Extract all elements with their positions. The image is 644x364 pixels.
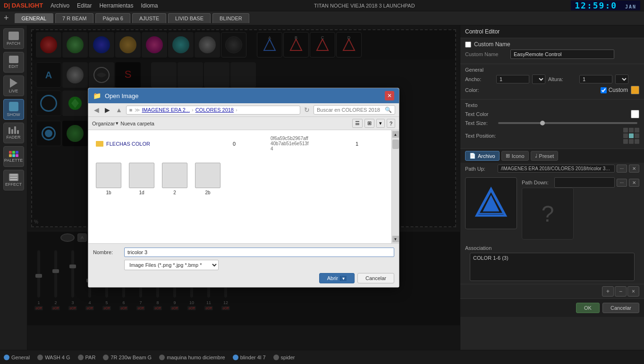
ok-button[interactable]: OK — [576, 303, 600, 313]
pos-bl[interactable] — [623, 139, 628, 144]
dialog-close-button[interactable]: ✕ — [385, 91, 394, 100]
thumb-2[interactable]: 2 — [162, 163, 187, 195]
menu-editar[interactable]: Editar — [77, 2, 92, 9]
scroll-up-btn[interactable]: ▲ — [392, 131, 399, 138]
status-par[interactable]: PAR — [78, 355, 96, 360]
nav-up-button[interactable]: ▲ — [114, 105, 124, 115]
list-view-button[interactable]: ☰ — [352, 119, 363, 128]
status-blinder[interactable]: blinder 4l 7 — [233, 355, 266, 360]
status-general[interactable]: General — [4, 355, 30, 360]
texto-section: Texto Text Color Text Size: Text Positio… — [460, 99, 644, 149]
tab-blinder[interactable]: BLINDER — [212, 13, 249, 23]
status-spider[interactable]: spider — [273, 355, 295, 360]
menu-herramientas[interactable]: Herramientas — [99, 2, 133, 9]
scrollbar-thumb[interactable] — [392, 140, 399, 149]
organize-button[interactable]: Organizar ▾ — [92, 120, 119, 126]
thumb-1d[interactable]: 1d — [129, 163, 154, 195]
ancho-input[interactable] — [496, 75, 529, 83]
path-down-browse-button[interactable]: ··· — [617, 179, 627, 187]
text-position-grid[interactable] — [623, 128, 639, 144]
help-button[interactable]: ? — [387, 119, 395, 128]
association-add-button[interactable]: + — [602, 286, 614, 297]
edit-label: EDIT — [8, 64, 18, 69]
new-folder-button[interactable]: Nueva carpeta — [120, 121, 154, 126]
ancho-select[interactable]: ▾ — [532, 74, 545, 84]
sidebar-show[interactable]: SHOW — [3, 99, 24, 120]
thumb-1b[interactable]: 1b — [96, 163, 121, 195]
custom-name-input[interactable] — [510, 50, 614, 59]
refresh-button[interactable]: ↻ — [302, 105, 312, 115]
tab-preset[interactable]: ♩ Preset — [531, 151, 559, 161]
path-up-browse-button[interactable]: ··· — [617, 165, 627, 173]
cancel-button[interactable]: Cancelar — [602, 303, 639, 313]
tab-icono[interactable]: ⊞ Icono — [501, 151, 529, 161]
pos-mr[interactable] — [635, 133, 639, 138]
tab-archivo[interactable]: 📄 Archivo — [465, 151, 500, 161]
file-hash: 0f6a59c5b2967aff40b7ab51e6e513f4 — [271, 136, 356, 151]
dialog-actions-right: ☰ ⊞ ▾ ? — [352, 119, 395, 128]
path-down-value — [554, 177, 615, 188]
grid-view-button[interactable]: ⊞ — [364, 119, 374, 128]
filename-input[interactable] — [124, 248, 394, 257]
search-input[interactable] — [317, 107, 383, 113]
tab-general[interactable]: GENERAL — [15, 13, 54, 23]
details-button[interactable]: ▾ — [376, 119, 385, 128]
palette-icon — [9, 151, 18, 157]
tab-7rbeam[interactable]: 7 R BEAM — [55, 13, 93, 23]
path-up-clear-button[interactable]: ✕ — [629, 165, 639, 173]
altura-select[interactable]: ▾ — [615, 74, 628, 84]
color-label: Color: — [465, 87, 493, 93]
path-down-clear-button[interactable]: ✕ — [629, 179, 639, 187]
pos-tr[interactable] — [635, 128, 639, 132]
menu-idioma[interactable]: Idioma — [141, 2, 158, 9]
association-clear-button[interactable]: × — [627, 286, 639, 297]
thumb-label-2b: 2b — [205, 190, 210, 195]
tab-pagina6[interactable]: Página 6 — [95, 13, 130, 23]
breadcrumb-item2[interactable]: COLORES 2018 — [195, 107, 234, 113]
breadcrumb-item1[interactable]: IMAGENES ERA 2... — [142, 107, 190, 113]
cancel-dialog-button[interactable]: Cancelar — [357, 273, 394, 283]
open-button[interactable]: Abrir ▾ — [319, 273, 355, 283]
nav-back-button[interactable]: ◀ — [92, 105, 101, 115]
sidebar-patch[interactable]: PATCH — [3, 28, 24, 49]
pos-tl[interactable] — [623, 128, 628, 132]
file-item-flechas[interactable]: FLECHAS COLOR 0 0f6a59c5b2967aff40b7ab51… — [92, 134, 388, 153]
sidebar-effect[interactable]: EFFECT — [3, 170, 24, 190]
dialog-scrollbar[interactable]: ▲ ▼ — [391, 130, 399, 243]
footer-buttons: OK Cancelar — [576, 303, 639, 313]
sidebar-live[interactable]: LIVE — [3, 75, 24, 96]
pos-bc[interactable] — [629, 139, 634, 144]
open-dropdown-icon[interactable]: ▾ — [340, 276, 347, 281]
pos-mc[interactable] — [629, 133, 634, 138]
tab-livid[interactable]: LIVID BASE — [168, 13, 211, 23]
thumb-label-1d: 1d — [139, 190, 144, 195]
filetype-select[interactable]: Image Files (*.png *.jpg *.bmp * — [124, 260, 219, 270]
status-wash[interactable]: WASH 4 G — [37, 355, 70, 360]
thumbnail-row: 1b 1d 2 2b — [92, 153, 388, 205]
dialog-btn-row: Abrir ▾ Cancelar — [93, 273, 394, 283]
thumb-2b[interactable]: 2b — [195, 163, 220, 195]
custom-name-checkbox[interactable] — [465, 41, 471, 48]
status-dot-general — [4, 355, 9, 360]
add-tab-button[interactable]: + — [4, 13, 9, 23]
status-dot-humo — [159, 355, 165, 360]
scroll-down-btn[interactable]: ▼ — [392, 236, 399, 242]
tab-ajuste[interactable]: AJUSTE — [132, 13, 166, 23]
association-remove-button[interactable]: − — [615, 286, 627, 297]
open-image-dialog: 📁 Open Image ✕ ◀ ▶ ▲ ■ ≫ IMAGENES ERA 2.… — [88, 88, 399, 288]
sidebar-edit[interactable]: EDIT — [3, 52, 24, 73]
color-swatch[interactable] — [631, 86, 639, 94]
text-size-slider[interactable] — [498, 122, 637, 124]
pos-br[interactable] — [635, 139, 639, 144]
menu-archivo[interactable]: Archivo — [51, 2, 69, 9]
text-color-swatch[interactable] — [631, 110, 639, 118]
status-humo[interactable]: maquina humo diciembre — [159, 355, 225, 360]
sidebar-palette[interactable]: PALETTE — [3, 146, 24, 167]
pos-ml[interactable] — [623, 133, 628, 138]
altura-input[interactable] — [579, 75, 612, 83]
nav-forward-button[interactable]: ▶ — [103, 105, 112, 115]
custom-checkbox[interactable] — [601, 87, 607, 93]
status-7r[interactable]: 7R 230w Beam G — [103, 355, 152, 360]
pos-tc[interactable] — [629, 128, 634, 132]
sidebar-fader[interactable]: FADER — [3, 123, 24, 143]
